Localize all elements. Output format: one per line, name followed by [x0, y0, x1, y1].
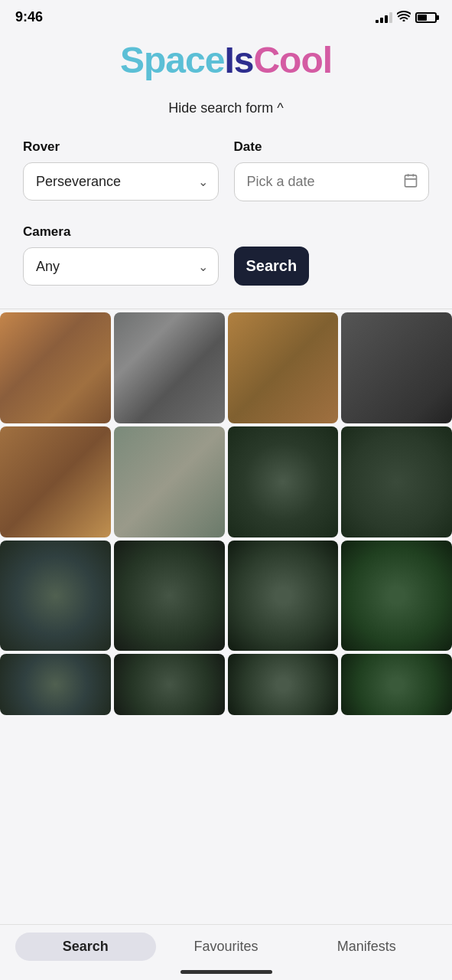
camera-group: Camera Any FHAZ RHAZ MAST CHEMCAM MAHLI … — [23, 224, 219, 286]
home-indicator — [180, 970, 272, 974]
status-bar: 9:46 — [0, 0, 452, 31]
photo-partial-row — [0, 654, 452, 792]
rover-group: Rover Perseverance Curiosity Opportunity… — [23, 139, 219, 201]
nav-item-favourites[interactable]: Favourites — [156, 933, 297, 961]
photo-cell[interactable] — [228, 426, 339, 537]
app-title: SpaceIsCool — [15, 39, 437, 81]
nav-search-label: Search — [63, 939, 109, 954]
photo-cell[interactable] — [114, 541, 225, 652]
photo-cell[interactable] — [341, 426, 452, 537]
camera-select-wrapper: Any FHAZ RHAZ MAST CHEMCAM MAHLI MARDI N… — [23, 247, 219, 286]
battery-icon — [415, 12, 437, 23]
nav-item-manifests[interactable]: Manifests — [296, 933, 437, 961]
photo-cell[interactable] — [0, 426, 111, 537]
status-icons — [376, 11, 437, 24]
search-button[interactable]: Search — [234, 247, 310, 286]
search-button-group: Search — [234, 247, 430, 286]
toggle-form-section: Hide search form ^ — [0, 93, 452, 132]
photo-cell[interactable] — [228, 312, 339, 423]
rover-label: Rover — [23, 139, 219, 155]
title-cool: Cool — [253, 40, 332, 80]
photo-cell[interactable] — [114, 654, 225, 715]
nav-manifests-label: Manifests — [337, 939, 396, 954]
signal-icon — [376, 12, 392, 23]
date-input[interactable] — [234, 162, 430, 201]
wifi-icon — [397, 11, 411, 24]
photo-cell[interactable] — [114, 312, 225, 423]
form-row-rover-date: Rover Perseverance Curiosity Opportunity… — [23, 139, 429, 201]
photo-cell[interactable] — [228, 654, 339, 715]
photo-grid — [0, 309, 452, 654]
title-is: Is — [224, 40, 253, 80]
toggle-form-button[interactable]: Hide search form ^ — [168, 100, 284, 116]
search-form: Rover Perseverance Curiosity Opportunity… — [0, 132, 452, 309]
photo-cell[interactable] — [114, 426, 225, 537]
camera-label: Camera — [23, 224, 219, 240]
nav-item-search[interactable]: Search — [15, 933, 156, 961]
app-header: SpaceIsCool — [0, 31, 452, 93]
photo-cell[interactable] — [341, 312, 452, 423]
date-input-wrapper — [234, 162, 430, 201]
camera-select[interactable]: Any FHAZ RHAZ MAST CHEMCAM MAHLI MARDI N… — [23, 247, 219, 286]
nav-favourites-label: Favourites — [193, 939, 258, 954]
date-group: Date — [234, 139, 430, 201]
photo-cell[interactable] — [341, 654, 452, 715]
photo-cell[interactable] — [0, 541, 111, 652]
photo-cell[interactable] — [0, 654, 111, 715]
title-space: Space — [120, 40, 224, 80]
photo-cell[interactable] — [341, 541, 452, 652]
rover-select[interactable]: Perseverance Curiosity Opportunity Spiri… — [23, 162, 219, 201]
date-label: Date — [234, 139, 430, 155]
status-time: 9:46 — [15, 9, 43, 25]
rover-select-wrapper: Perseverance Curiosity Opportunity Spiri… — [23, 162, 219, 201]
photo-cell[interactable] — [0, 312, 111, 423]
photo-cell[interactable] — [228, 541, 339, 652]
form-row-camera-search: Camera Any FHAZ RHAZ MAST CHEMCAM MAHLI … — [23, 224, 429, 286]
